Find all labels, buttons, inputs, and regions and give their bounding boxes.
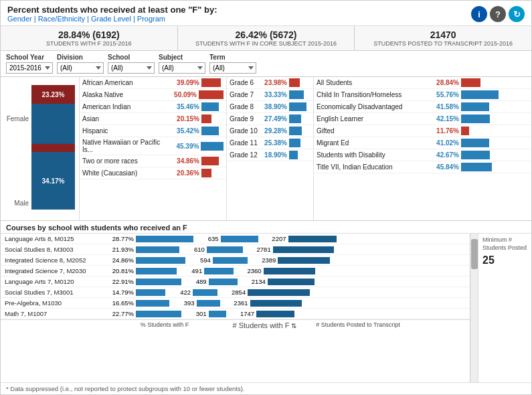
course-pct: 22.91% — [108, 278, 134, 285]
course-name: Language Arts 7, M0120 — [5, 278, 108, 285]
race-name: Hispanic — [82, 127, 173, 135]
course-pct-bar — [136, 257, 185, 264]
course-row: Integrated Science 7, M2030 20.81% 491 2… — [1, 266, 470, 276]
stat-value-0: 28.84% (6192) — [6, 29, 172, 40]
course-name: Integrated Science 8, M2052 — [5, 256, 108, 264]
prog-name: All Students — [317, 79, 434, 86]
race-name: American Indian — [82, 103, 173, 110]
prog-pct: 41.58% — [434, 103, 459, 110]
race-name: African American — [82, 79, 173, 86]
prog-name: Migrant Ed — [317, 139, 434, 147]
course-posted: 1747 — [230, 310, 254, 317]
course-row: Social Studies 7, M3001 14.79% 422 2854 — [1, 287, 470, 298]
race-bar — [201, 114, 211, 123]
gender-bars-wrap: Female Male 23.23% 34.17% — [3, 85, 76, 214]
program-row: All Students 28.84% — [314, 77, 531, 89]
help-icon[interactable]: ? — [490, 6, 506, 22]
course-pct: 14.79% — [108, 289, 134, 296]
prog-name: Title VII, Indian Education — [317, 163, 434, 171]
course-posted: 2207 — [262, 235, 286, 242]
race-bar — [201, 78, 221, 87]
race-pct: 50.09% — [173, 91, 197, 98]
grade-row: Grade 8 38.90% — [227, 101, 313, 113]
top-charts-area: Female Male 23.23% 34.17% African Americ… — [1, 77, 531, 221]
header-icons: i ? ↻ — [471, 6, 525, 22]
filter-division: Division (All) — [57, 54, 104, 74]
page-header: Percent students who received at least o… — [1, 1, 531, 26]
school-year-select[interactable]: 2015-2016 — [6, 62, 53, 74]
program-row: Migrant Ed 41.02% — [314, 137, 531, 149]
sort-icon[interactable]: ⇅ — [291, 322, 296, 329]
stat-label-0: STUDENTS WITH F 2015-2016 — [6, 40, 172, 47]
prog-bar — [461, 114, 490, 123]
grade-bar — [289, 78, 300, 87]
grade-name: Grade 8 — [230, 103, 262, 110]
division-select[interactable]: (All) — [57, 62, 104, 74]
grade-pct: 27.49% — [262, 115, 287, 123]
grade-row: Grade 7 33.33% — [227, 89, 313, 101]
course-name: Social Studies 7, M3001 — [5, 289, 108, 296]
race-bar — [201, 102, 219, 111]
filter-term-label: Term — [209, 54, 256, 61]
scroll-thumb[interactable] — [471, 239, 478, 269]
stat-box-2: 21470 STUDENTS POSTED TO TRANSCRIPT 2015… — [355, 26, 531, 50]
course-posted-bar — [273, 246, 334, 253]
info-icon[interactable]: i — [471, 6, 487, 22]
race-bar — [199, 90, 224, 99]
grade-row: Grade 12 18.90% — [227, 149, 313, 161]
course-name: Social Studies 8, M3003 — [5, 246, 108, 253]
female-blue-bar — [31, 104, 75, 144]
course-pct: 24.86% — [108, 256, 134, 264]
scrollbar[interactable] — [470, 234, 478, 382]
course-row: Social Studies 8, M3003 21.93% 610 2781 — [1, 244, 470, 255]
race-row: Native Hawaiian or Pacific Is... 45.39% — [80, 137, 226, 155]
course-count-bar — [193, 289, 217, 296]
program-row: Title VII, Indian Education 45.84% — [314, 161, 531, 173]
course-pct-bar — [136, 246, 179, 253]
program-chart: All Students 28.84% Child In Transition/… — [314, 77, 531, 220]
course-posted: 2854 — [221, 289, 246, 296]
gender-chart: Female Male 23.23% 34.17% — [1, 77, 80, 220]
school-select[interactable]: (All) — [108, 62, 155, 74]
col-pct-label: % Students with F — [108, 321, 221, 329]
program-row: English Learner 42.15% — [314, 113, 531, 125]
prog-name: Economically Disadvantaged — [317, 103, 434, 110]
grade-chart: Grade 6 23.98% Grade 7 33.33% Grade 8 38… — [227, 77, 314, 220]
stat-label-2: STUDENTS POSTED TO TRANSCRIPT 2015-2016 — [360, 40, 526, 47]
prog-bar — [461, 163, 492, 171]
program-rows: All Students 28.84% Child In Transition/… — [314, 77, 531, 173]
race-pct: 45.39% — [173, 143, 199, 150]
prog-bar — [461, 102, 489, 111]
grade-name: Grade 10 — [230, 127, 262, 135]
course-rows: Language Arts 8, M0125 28.77% 635 2207 S… — [1, 234, 470, 319]
program-row: Economically Disadvantaged 41.58% — [314, 101, 531, 113]
program-row: Child In Transition/Homeless 55.76% — [314, 89, 531, 101]
prog-name: Gifted — [317, 127, 434, 135]
race-row: Asian 20.15% — [80, 113, 226, 125]
prog-bar — [461, 151, 490, 159]
course-posted: 2360 — [238, 267, 262, 274]
grade-row: Grade 10 29.28% — [227, 125, 313, 137]
filter-subject-label: Subject — [159, 54, 205, 61]
stat-box-1: 26.42% (5672) STUDENTS WITH F IN CORE SU… — [178, 26, 355, 50]
term-select[interactable]: (All) — [209, 62, 256, 74]
course-pct: 22.77% — [108, 310, 134, 317]
refresh-icon[interactable]: ↻ — [509, 6, 525, 22]
grade-pct: 18.90% — [262, 151, 287, 159]
filter-school: School (All) — [108, 54, 155, 74]
course-pct-bar — [136, 279, 181, 285]
course-pct-bar — [136, 311, 181, 317]
prog-pct: 41.02% — [434, 139, 459, 147]
course-pct-bar — [136, 289, 165, 296]
course-count-bar — [197, 300, 220, 307]
stat-box-0: 28.84% (6192) STUDENTS WITH F 2015-2016 — [1, 26, 178, 50]
grade-row: Grade 9 27.49% — [227, 113, 313, 125]
course-row: Math 7, M1007 22.77% 301 1747 — [1, 309, 470, 319]
race-row: Hispanic 35.42% — [80, 125, 226, 137]
course-count: 491 — [181, 267, 202, 274]
subject-select[interactable]: (All) — [159, 62, 205, 74]
prog-bar — [461, 90, 499, 99]
race-name: Alaska Native — [82, 91, 173, 98]
grade-row: Grade 11 25.38% — [227, 137, 313, 149]
race-pct: 20.36% — [173, 169, 199, 177]
